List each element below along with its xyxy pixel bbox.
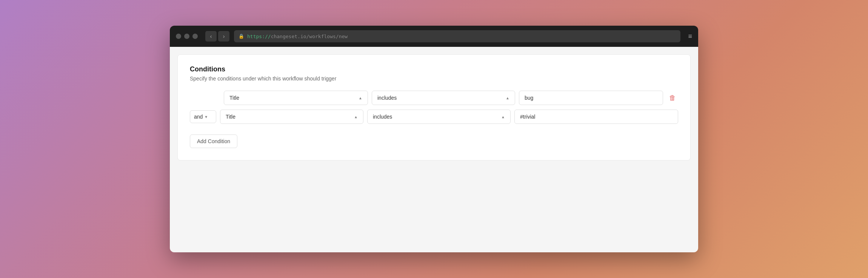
add-condition-button[interactable]: Add Condition: [190, 134, 237, 148]
traffic-lights: [176, 34, 198, 39]
chevron-up-icon-op-2: ▲: [501, 115, 505, 119]
section-title: Conditions: [190, 65, 678, 73]
url-display: https://changeset.io/workflows/new: [247, 34, 348, 39]
traffic-light-minimize: [184, 34, 189, 39]
url-prefix: https://: [247, 34, 271, 39]
chevron-up-icon-op-1: ▲: [506, 96, 509, 100]
field-label-2: Title: [226, 114, 235, 120]
nav-buttons: ‹ ›: [205, 31, 229, 42]
value-input-2[interactable]: [514, 110, 678, 124]
url-rest: changeset.io/workflows/new: [271, 34, 348, 39]
forward-button[interactable]: ›: [218, 31, 229, 42]
operator-label-2: includes: [373, 114, 392, 120]
chevron-down-icon-2: ▼: [204, 115, 208, 119]
page-content: Conditions Specify the conditions under …: [177, 54, 691, 161]
lock-icon: 🔒: [239, 34, 244, 39]
condition-row-2: and ▼ Title ▲ includes ▲: [190, 110, 678, 124]
operator-select-2[interactable]: includes ▲: [367, 110, 511, 124]
section-subtitle: Specify the conditions under which this …: [190, 76, 678, 82]
traffic-light-close: [176, 34, 181, 39]
address-bar[interactable]: 🔒 https://changeset.io/workflows/new: [234, 30, 680, 42]
browser-window: ‹ › 🔒 https://changeset.io/workflows/new…: [170, 26, 698, 252]
traffic-light-maximize: [192, 34, 198, 39]
browser-chrome: ‹ › 🔒 https://changeset.io/workflows/new…: [170, 26, 698, 47]
connector-dropdown-2[interactable]: and ▼: [190, 110, 216, 123]
field-label-1: Title: [229, 95, 239, 101]
field-select-1[interactable]: Title ▲: [224, 91, 368, 105]
menu-icon[interactable]: ≡: [688, 32, 692, 40]
value-input-1[interactable]: [519, 91, 663, 105]
operator-select-1[interactable]: includes ▲: [372, 91, 515, 105]
field-select-2[interactable]: Title ▲: [220, 110, 363, 124]
chevron-up-icon-2: ▲: [354, 115, 358, 119]
back-button[interactable]: ‹: [205, 31, 217, 42]
connector-label-2: and: [194, 114, 203, 120]
add-condition-wrapper: Add Condition: [190, 131, 678, 148]
chevron-up-icon-1: ▲: [359, 96, 362, 100]
browser-content: Conditions Specify the conditions under …: [170, 47, 698, 252]
delete-button-1[interactable]: 🗑: [667, 92, 678, 104]
condition-row-1: Title ▲ includes ▲ 🗑: [190, 91, 678, 105]
conditions-container: Title ▲ includes ▲ 🗑 and ▼: [190, 91, 678, 124]
operator-label-1: includes: [377, 95, 397, 101]
